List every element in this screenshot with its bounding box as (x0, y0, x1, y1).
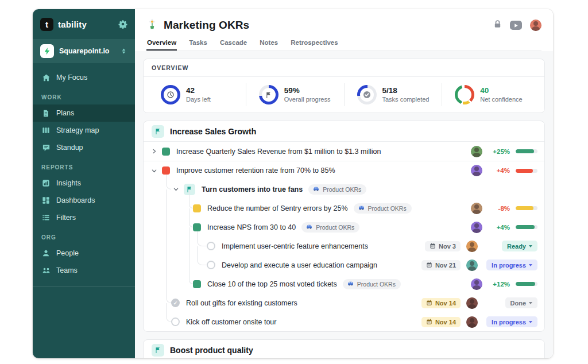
card-header[interactable]: Increase Sales Growth (144, 121, 544, 142)
expand-chevron-down-icon[interactable] (149, 168, 158, 174)
tab-retrospectives[interactable]: Retrospectives (290, 39, 338, 51)
assignee-avatar[interactable] (471, 203, 482, 214)
team-icon (41, 266, 51, 274)
task-checkbox[interactable] (171, 317, 180, 326)
person-icon (41, 249, 51, 257)
task-checkbox[interactable]: ✓ (171, 299, 180, 307)
row-title: Increase NPS from 30 to 40 (207, 223, 296, 231)
task-row[interactable]: ✓Roll out gifts for existing customersNo… (144, 293, 544, 312)
kr-status-bullet (193, 223, 201, 231)
tab-cascade[interactable]: Cascade (219, 39, 247, 51)
expand-chevron-down-icon[interactable] (171, 186, 180, 192)
sidebar-item-teams[interactable]: Teams (33, 262, 135, 279)
key-result-row[interactable]: Reduce the number of Sentry errors by 25… (144, 199, 544, 218)
video-button[interactable] (510, 21, 522, 30)
task-row[interactable]: Implement user-centric feature enhanceme… (144, 237, 544, 255)
sidebar-item-plans[interactable]: Plans (33, 104, 135, 122)
task-row[interactable]: Kick off customer onsite tourNov 14In pr… (144, 312, 544, 331)
key-result-row[interactable]: Increase NPS from 30 to 40Product OKRs+4… (144, 218, 544, 237)
car-icon (347, 280, 354, 288)
progress-bar (516, 225, 537, 229)
key-result-row[interactable]: Close 10 of the top 25 most voted ticket… (144, 274, 544, 293)
calendar-icon (426, 300, 432, 306)
sidebar-item-insights[interactable]: Insights (33, 175, 135, 192)
task-checkbox[interactable] (207, 261, 215, 269)
nav-section-label-reports: REPORTS (33, 156, 135, 175)
objective-flag-icon (152, 344, 164, 357)
doc-icon (41, 109, 51, 118)
linked-plan-tag[interactable]: Product OKRs (301, 222, 359, 233)
app-window: t tability Squarepoint.io My FocusWORKPl… (33, 9, 553, 358)
assignee-avatar[interactable] (466, 241, 478, 252)
task-row[interactable]: Develop and execute a user education cam… (144, 255, 544, 274)
sidebar-header: t tability (33, 9, 135, 39)
key-result-row[interactable]: Increase Quarterly Sales Revenue from $1… (144, 142, 544, 161)
sidebar-item-label: Dashboards (56, 196, 95, 204)
row-title: Reduce the number of Sentry errors by 25… (207, 204, 348, 212)
stat-ring-icon (360, 88, 374, 102)
progress-bar (516, 169, 537, 173)
plan-header: Marketing OKRs OverviewTasksCascadeNotes… (135, 9, 553, 51)
user-avatar[interactable] (530, 20, 541, 31)
tability-logo-icon: t (40, 18, 53, 31)
stat-value: 40 (480, 87, 522, 95)
workspace-switcher[interactable]: Squarepoint.io (33, 39, 135, 63)
stat-ring (259, 85, 278, 104)
assignee-avatar[interactable] (471, 222, 482, 233)
chevron-down-icon (529, 264, 532, 266)
kr-status-bullet (162, 166, 170, 175)
linked-plan-tag[interactable]: Product OKRs (354, 203, 412, 214)
assignee-avatar[interactable] (471, 146, 482, 157)
plan-emoji-flower-icon (146, 18, 158, 32)
lock-icon[interactable] (493, 20, 502, 31)
sidebar-item-my-focus[interactable]: My Focus (33, 69, 135, 86)
linked-plan-tag[interactable]: Product OKRs (343, 279, 401, 289)
stat-tasks-completed: 5/18Tasks completed (344, 83, 442, 106)
tab-tasks[interactable]: Tasks (188, 39, 208, 51)
row-title: Develop and execute a user education cam… (222, 261, 377, 269)
sidebar-item-strategy-map[interactable]: Strategy map (33, 122, 135, 139)
workspace-logo-icon (40, 44, 54, 58)
key-result-row[interactable]: Improve customer retention rate from 70%… (144, 161, 544, 180)
chevron-down-icon (529, 245, 532, 247)
sidebar-item-filters[interactable]: Filters (33, 209, 135, 226)
sidebar-item-label: Filters (56, 214, 76, 222)
assignee-avatar[interactable] (466, 297, 478, 309)
row-title: Roll out gifts for existing customers (186, 299, 297, 307)
sidebar-item-standup[interactable]: Standup (33, 139, 135, 156)
row-title: Kick off customer onsite tour (186, 318, 276, 326)
tab-notes[interactable]: Notes (259, 39, 278, 51)
task-status-dropdown[interactable]: Done (505, 297, 538, 308)
calendar-icon (426, 262, 432, 268)
sidebar-item-label: Plans (56, 109, 74, 117)
workspace-sort-icon (120, 47, 127, 55)
progress-delta: +12% (488, 281, 510, 288)
objective-flag-icon (184, 184, 195, 195)
assignee-avatar[interactable] (471, 278, 482, 290)
assignee-avatar[interactable] (471, 165, 482, 176)
objective-row[interactable]: Turn customers into true fansProduct OKR… (144, 180, 544, 199)
stat-value: 59% (284, 87, 331, 95)
assignee-avatar[interactable] (466, 260, 478, 271)
sidebar-item-label: People (56, 249, 79, 257)
sidebar-item-people[interactable]: People (33, 245, 135, 262)
assignee-avatar[interactable] (466, 316, 478, 328)
card-header[interactable]: Boost product quality (144, 340, 544, 358)
stat-net-confidence: 40Net confidence (442, 83, 540, 106)
task-checkbox[interactable] (207, 242, 215, 250)
car-icon (305, 223, 313, 231)
page: t tability Squarepoint.io My FocusWORKPl… (0, 0, 588, 364)
task-status-dropdown[interactable]: In progress (486, 260, 537, 270)
linked-plan-tag[interactable]: Product OKRs (308, 184, 366, 195)
settings-gear-icon[interactable] (118, 20, 127, 29)
stat-ring (161, 85, 180, 104)
task-status-dropdown[interactable]: In progress (486, 316, 537, 327)
expand-chevron-right-icon[interactable] (149, 148, 158, 154)
chat-icon (41, 144, 51, 152)
row-title: Turn customers into true fans (202, 185, 303, 193)
tab-overview[interactable]: Overview (146, 39, 177, 51)
row-title: Improve customer retention rate from 70%… (176, 166, 335, 175)
task-status-dropdown[interactable]: Ready (502, 241, 537, 251)
overview-stats: 42Days left59%Overall progress5/18Tasks … (144, 77, 544, 113)
sidebar-item-dashboards[interactable]: Dashboards (33, 192, 135, 209)
